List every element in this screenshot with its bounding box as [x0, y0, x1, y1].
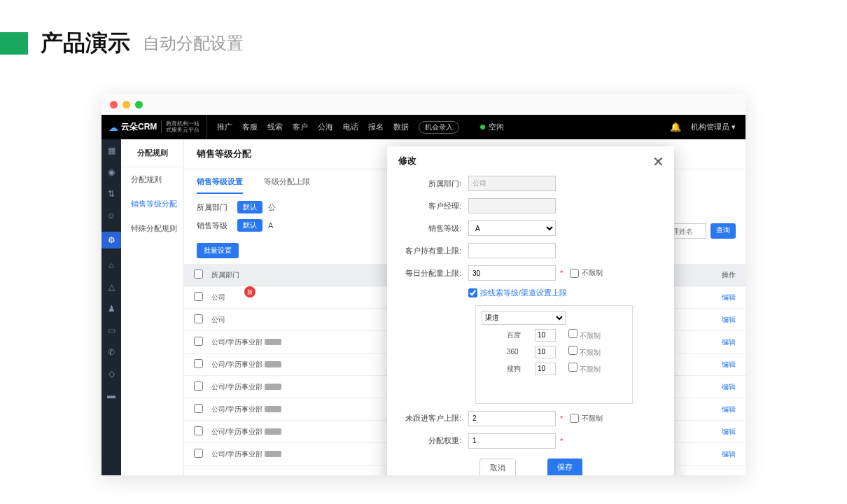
channel-unlimited-checkbox[interactable]: [568, 363, 578, 372]
top-nav: ☁ 云朵CRM 教育机构一站式服务云平台 推广客服线索客户公海电话报名数据 机会…: [102, 115, 746, 139]
by-channel-checkbox[interactable]: [468, 288, 477, 298]
search-button[interactable]: 查询: [710, 223, 736, 239]
edit-link[interactable]: 编辑: [676, 443, 746, 465]
cancel-button[interactable]: 取消: [479, 458, 516, 476]
nav-item[interactable]: 线索: [267, 122, 283, 132]
cell-dept: 公司/学历事业部: [207, 376, 402, 398]
daily-unlimited-checkbox[interactable]: [570, 269, 579, 278]
modal-title: 修改: [398, 155, 663, 167]
modal-hold-input[interactable]: [468, 243, 556, 258]
save-button[interactable]: 保存: [547, 458, 582, 476]
row-checkbox[interactable]: [194, 426, 203, 435]
channel-value-input[interactable]: [535, 346, 556, 358]
rail-group-icon[interactable]: ♟: [106, 303, 117, 314]
modal-level-select[interactable]: A: [468, 220, 556, 236]
rail-triangle-icon[interactable]: △: [106, 281, 117, 292]
channel-name: 搜狗: [507, 364, 529, 374]
filter-dept-default[interactable]: 默认: [237, 201, 262, 214]
nav-item[interactable]: 数据: [393, 122, 409, 132]
minimize-dot-icon[interactable]: [122, 101, 130, 108]
cell-dept: 公司/学历事业部: [207, 421, 402, 443]
cell-dept: 公司/学历事业部: [207, 354, 402, 376]
edit-modal: 修改 ✕ 所属部门: 客户经理: 销售等级: A 客户持有量上限: [387, 146, 674, 475]
edit-link[interactable]: 编辑: [676, 421, 746, 443]
modal-weight-label: 分配权重:: [398, 435, 468, 446]
channel-name: 360: [507, 348, 529, 356]
nav-item[interactable]: 报名: [368, 122, 384, 132]
status-indicator: 空闲: [480, 122, 504, 132]
bell-icon[interactable]: 🔔: [670, 122, 681, 132]
nav-item[interactable]: 公海: [318, 122, 333, 132]
close-dot-icon[interactable]: [110, 101, 118, 108]
sidebar-item[interactable]: 特殊分配规则: [121, 216, 183, 241]
tab[interactable]: 销售等级设置: [197, 176, 243, 194]
filter-level-label: 销售等级: [197, 220, 232, 231]
channel-unlimited-checkbox[interactable]: [568, 346, 578, 355]
logo-subtitle: 教育机构一站式服务云平台: [161, 121, 200, 134]
edit-link[interactable]: 编辑: [676, 309, 746, 331]
cell-dept: 公司/学历事业部: [207, 443, 402, 465]
sidebar-head: 分配规则: [121, 139, 183, 167]
maximize-dot-icon[interactable]: [135, 101, 143, 108]
filter-level-default[interactable]: 默认: [237, 219, 262, 232]
filter-dept-opt[interactable]: 公: [268, 202, 276, 213]
row-checkbox[interactable]: [194, 359, 203, 368]
edit-link[interactable]: 编辑: [676, 331, 746, 354]
row-checkbox[interactable]: [194, 382, 203, 391]
nav-item[interactable]: 客户: [293, 122, 308, 132]
page-subtitle: 自动分配设置: [143, 32, 244, 55]
batch-button[interactable]: 批量设置: [197, 243, 239, 258]
sidebar-item[interactable]: 分配规则: [121, 167, 183, 192]
required-mark: *: [560, 414, 563, 423]
rail-tag-icon[interactable]: ◇: [106, 368, 117, 379]
edit-link[interactable]: 编辑: [676, 398, 746, 421]
modal-daily-label: 每日分配量上限:: [398, 268, 468, 279]
rail-chat-icon[interactable]: ▬: [106, 390, 117, 400]
row-checkbox[interactable]: [194, 292, 203, 301]
select-all-checkbox[interactable]: [194, 270, 203, 279]
cell-dept: 公司/学历事业部: [207, 398, 402, 421]
rail-doc-icon[interactable]: ▭: [106, 325, 117, 335]
sidebar-item[interactable]: 销售等级分配: [121, 192, 183, 216]
rail-phone-icon[interactable]: ✆: [106, 346, 117, 357]
modal-weight-input[interactable]: [468, 433, 556, 449]
edit-link[interactable]: 编辑: [676, 286, 746, 309]
user-menu[interactable]: 机构管理员 ▾: [691, 122, 736, 132]
rail-dashboard-icon[interactable]: ▦: [106, 145, 117, 155]
rail-user-icon[interactable]: ☺: [106, 210, 117, 220]
unfollow-unlimited-checkbox[interactable]: [570, 414, 579, 423]
modal-daily-input[interactable]: [468, 265, 556, 281]
modal-hold-label: 客户持有量上限:: [398, 246, 468, 256]
nav-item[interactable]: 电话: [343, 122, 358, 132]
nav-pill-entry[interactable]: 机会录入: [419, 121, 459, 134]
logo[interactable]: ☁ 云朵CRM 教育机构一站式服务云平台: [102, 115, 207, 139]
row-checkbox[interactable]: [194, 449, 203, 458]
channel-unlimited-checkbox[interactable]: [568, 329, 578, 338]
by-channel-label: 按线索等级/渠道设置上限: [480, 288, 567, 298]
rail-settings-icon[interactable]: ⚙: [102, 232, 121, 248]
nav-item[interactable]: 客服: [242, 122, 258, 132]
rail-chart-icon[interactable]: ⇅: [106, 188, 117, 199]
row-checkbox[interactable]: [194, 314, 203, 323]
channel-select[interactable]: 渠道: [482, 311, 566, 325]
status-dot-icon: [480, 125, 485, 130]
channel-value-input[interactable]: [535, 329, 556, 342]
row-checkbox[interactable]: [194, 404, 203, 413]
table-header: [184, 264, 207, 286]
edit-link[interactable]: 编辑: [676, 376, 746, 398]
logo-icon: ☁: [108, 122, 118, 133]
channel-name: 百度: [507, 330, 529, 340]
modal-unfollow-input[interactable]: [468, 411, 556, 426]
row-checkbox[interactable]: [194, 337, 203, 346]
rail-shield-icon[interactable]: ◉: [106, 167, 117, 177]
close-icon[interactable]: ✕: [652, 153, 664, 170]
edit-link[interactable]: 编辑: [676, 354, 746, 376]
filter-dept-label: 所属部门: [197, 202, 232, 213]
window-titlebar: [102, 94, 746, 115]
rail-home-icon[interactable]: ⌂: [106, 260, 117, 270]
modal-manager-label: 客户经理:: [398, 201, 468, 211]
nav-item[interactable]: 推广: [217, 122, 232, 132]
channel-value-input[interactable]: [535, 363, 556, 375]
tab[interactable]: 等级分配上限: [264, 176, 310, 194]
filter-level-opt[interactable]: A: [268, 221, 273, 230]
